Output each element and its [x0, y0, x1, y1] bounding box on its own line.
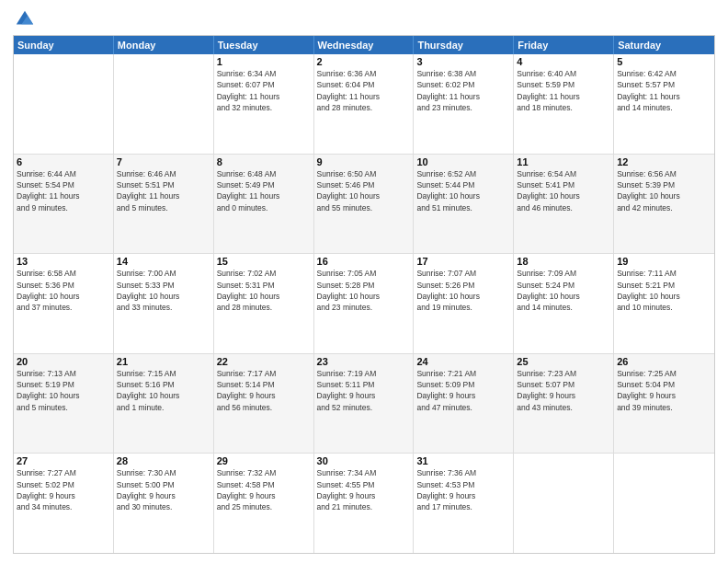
- calendar-day-2: 2Sunrise: 6:36 AM Sunset: 6:04 PM Daylig…: [314, 54, 415, 154]
- day-info: Sunrise: 7:02 AM Sunset: 5:31 PM Dayligh…: [217, 268, 311, 313]
- logo: [13, 9, 35, 29]
- day-number: 2: [317, 56, 411, 67]
- day-info: Sunrise: 7:05 AM Sunset: 5:28 PM Dayligh…: [317, 268, 411, 313]
- weekday-header-thursday: Thursday: [414, 36, 514, 54]
- day-info: Sunrise: 6:54 AM Sunset: 5:41 PM Dayligh…: [517, 168, 610, 213]
- calendar-day-25: 25Sunrise: 7:23 AM Sunset: 5:07 PM Dayli…: [514, 354, 614, 454]
- calendar-day-18: 18Sunrise: 7:09 AM Sunset: 5:24 PM Dayli…: [514, 254, 614, 353]
- calendar-day-13: 13Sunrise: 6:58 AM Sunset: 5:36 PM Dayli…: [14, 254, 114, 353]
- calendar-day-20: 20Sunrise: 7:13 AM Sunset: 5:19 PM Dayli…: [14, 354, 114, 454]
- day-info: Sunrise: 6:46 AM Sunset: 5:51 PM Dayligh…: [117, 168, 210, 213]
- calendar-day-8: 8Sunrise: 6:48 AM Sunset: 5:49 PM Daylig…: [214, 155, 314, 254]
- day-number: 8: [217, 156, 311, 167]
- day-info: Sunrise: 6:44 AM Sunset: 5:54 PM Dayligh…: [17, 168, 110, 213]
- calendar-week-2: 6Sunrise: 6:44 AM Sunset: 5:54 PM Daylig…: [14, 155, 714, 255]
- day-number: 27: [17, 455, 110, 466]
- day-number: 29: [217, 455, 311, 466]
- day-info: Sunrise: 6:56 AM Sunset: 5:39 PM Dayligh…: [617, 168, 711, 213]
- day-number: 30: [317, 455, 411, 466]
- day-number: 7: [117, 156, 210, 167]
- day-info: Sunrise: 7:00 AM Sunset: 5:33 PM Dayligh…: [117, 268, 210, 313]
- calendar-day-28: 28Sunrise: 7:30 AM Sunset: 5:00 PM Dayli…: [114, 454, 214, 553]
- calendar-day-4: 4Sunrise: 6:40 AM Sunset: 5:59 PM Daylig…: [514, 54, 614, 154]
- day-number: 17: [416, 256, 510, 267]
- calendar-week-5: 27Sunrise: 7:27 AM Sunset: 5:02 PM Dayli…: [14, 454, 714, 553]
- calendar-day-9: 9Sunrise: 6:50 AM Sunset: 5:46 PM Daylig…: [314, 155, 415, 254]
- calendar-day-5: 5Sunrise: 6:42 AM Sunset: 5:57 PM Daylig…: [614, 54, 714, 154]
- weekday-header-wednesday: Wednesday: [314, 36, 415, 54]
- logo-icon: [15, 9, 35, 29]
- day-number: 31: [416, 455, 510, 466]
- day-number: 20: [17, 356, 110, 367]
- day-number: 19: [617, 256, 711, 267]
- day-info: Sunrise: 7:15 AM Sunset: 5:16 PM Dayligh…: [117, 368, 210, 413]
- day-number: 18: [517, 256, 610, 267]
- day-number: 24: [416, 356, 510, 367]
- weekday-header-sunday: Sunday: [14, 36, 114, 54]
- day-number: 3: [416, 56, 510, 67]
- weekday-header-monday: Monday: [114, 36, 214, 54]
- calendar-day-22: 22Sunrise: 7:17 AM Sunset: 5:14 PM Dayli…: [214, 354, 314, 454]
- calendar-week-1: 1Sunrise: 6:34 AM Sunset: 6:07 PM Daylig…: [14, 54, 714, 155]
- header: [13, 9, 715, 29]
- day-info: Sunrise: 7:07 AM Sunset: 5:26 PM Dayligh…: [416, 268, 510, 313]
- calendar-empty-cell: [614, 454, 714, 553]
- calendar-day-24: 24Sunrise: 7:21 AM Sunset: 5:09 PM Dayli…: [414, 354, 514, 454]
- calendar-day-3: 3Sunrise: 6:38 AM Sunset: 6:02 PM Daylig…: [414, 54, 514, 154]
- day-info: Sunrise: 7:17 AM Sunset: 5:14 PM Dayligh…: [217, 368, 311, 413]
- calendar-day-12: 12Sunrise: 6:56 AM Sunset: 5:39 PM Dayli…: [614, 155, 714, 254]
- calendar-day-31: 31Sunrise: 7:36 AM Sunset: 4:53 PM Dayli…: [414, 454, 514, 553]
- day-info: Sunrise: 6:34 AM Sunset: 6:07 PM Dayligh…: [217, 68, 311, 113]
- day-info: Sunrise: 6:42 AM Sunset: 5:57 PM Dayligh…: [617, 68, 711, 113]
- day-info: Sunrise: 6:50 AM Sunset: 5:46 PM Dayligh…: [317, 168, 411, 213]
- day-info: Sunrise: 7:34 AM Sunset: 4:55 PM Dayligh…: [317, 467, 411, 512]
- day-info: Sunrise: 7:30 AM Sunset: 5:00 PM Dayligh…: [117, 467, 210, 512]
- day-info: Sunrise: 7:25 AM Sunset: 5:04 PM Dayligh…: [617, 368, 711, 413]
- calendar-day-30: 30Sunrise: 7:34 AM Sunset: 4:55 PM Dayli…: [314, 454, 415, 553]
- day-number: 15: [217, 256, 311, 267]
- calendar-header: SundayMondayTuesdayWednesdayThursdayFrid…: [14, 36, 714, 54]
- day-number: 11: [517, 156, 610, 167]
- calendar-day-6: 6Sunrise: 6:44 AM Sunset: 5:54 PM Daylig…: [14, 155, 114, 254]
- day-number: 1: [217, 56, 311, 67]
- calendar-day-10: 10Sunrise: 6:52 AM Sunset: 5:44 PM Dayli…: [414, 155, 514, 254]
- calendar-day-7: 7Sunrise: 6:46 AM Sunset: 5:51 PM Daylig…: [114, 155, 214, 254]
- calendar-day-19: 19Sunrise: 7:11 AM Sunset: 5:21 PM Dayli…: [614, 254, 714, 353]
- day-number: 28: [117, 455, 210, 466]
- day-info: Sunrise: 6:58 AM Sunset: 5:36 PM Dayligh…: [17, 268, 110, 313]
- day-number: 9: [317, 156, 411, 167]
- day-info: Sunrise: 6:52 AM Sunset: 5:44 PM Dayligh…: [416, 168, 510, 213]
- calendar-day-21: 21Sunrise: 7:15 AM Sunset: 5:16 PM Dayli…: [114, 354, 214, 454]
- day-number: 5: [617, 56, 711, 67]
- day-info: Sunrise: 7:13 AM Sunset: 5:19 PM Dayligh…: [17, 368, 110, 413]
- day-number: 22: [217, 356, 311, 367]
- day-number: 25: [517, 356, 610, 367]
- day-info: Sunrise: 6:40 AM Sunset: 5:59 PM Dayligh…: [517, 68, 610, 113]
- calendar-day-27: 27Sunrise: 7:27 AM Sunset: 5:02 PM Dayli…: [14, 454, 114, 553]
- day-number: 6: [17, 156, 110, 167]
- calendar-day-14: 14Sunrise: 7:00 AM Sunset: 5:33 PM Dayli…: [114, 254, 214, 353]
- calendar-day-29: 29Sunrise: 7:32 AM Sunset: 4:58 PM Dayli…: [214, 454, 314, 553]
- day-info: Sunrise: 7:27 AM Sunset: 5:02 PM Dayligh…: [17, 467, 110, 512]
- day-number: 4: [517, 56, 610, 67]
- weekday-header-tuesday: Tuesday: [214, 36, 314, 54]
- calendar-day-15: 15Sunrise: 7:02 AM Sunset: 5:31 PM Dayli…: [214, 254, 314, 353]
- calendar-body: 1Sunrise: 6:34 AM Sunset: 6:07 PM Daylig…: [14, 54, 714, 553]
- day-info: Sunrise: 7:32 AM Sunset: 4:58 PM Dayligh…: [217, 467, 311, 512]
- calendar-empty-cell: [514, 454, 614, 553]
- day-info: Sunrise: 6:48 AM Sunset: 5:49 PM Dayligh…: [217, 168, 311, 213]
- day-number: 12: [617, 156, 711, 167]
- calendar-day-26: 26Sunrise: 7:25 AM Sunset: 5:04 PM Dayli…: [614, 354, 714, 454]
- day-number: 13: [17, 256, 110, 267]
- day-number: 14: [117, 256, 210, 267]
- day-info: Sunrise: 7:36 AM Sunset: 4:53 PM Dayligh…: [416, 467, 510, 512]
- day-number: 10: [416, 156, 510, 167]
- day-info: Sunrise: 7:21 AM Sunset: 5:09 PM Dayligh…: [416, 368, 510, 413]
- day-number: 21: [117, 356, 210, 367]
- calendar-empty-cell: [114, 54, 214, 154]
- day-info: Sunrise: 7:19 AM Sunset: 5:11 PM Dayligh…: [317, 368, 411, 413]
- page: SundayMondayTuesdayWednesdayThursdayFrid…: [0, 0, 728, 563]
- calendar-day-16: 16Sunrise: 7:05 AM Sunset: 5:28 PM Dayli…: [314, 254, 415, 353]
- calendar-week-3: 13Sunrise: 6:58 AM Sunset: 5:36 PM Dayli…: [14, 254, 714, 354]
- calendar-empty-cell: [14, 54, 114, 154]
